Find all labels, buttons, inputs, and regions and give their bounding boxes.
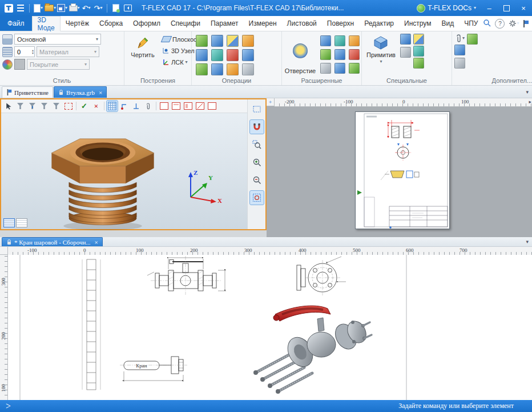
draw-button[interactable]: Чертить [127, 34, 159, 67]
material-combobox[interactable]: Материал▾ [37, 46, 99, 57]
wrap-icon[interactable] [334, 63, 345, 74]
redo-button[interactable]: ↷▾ [92, 2, 104, 14]
help-button[interactable]: ? [495, 19, 505, 29]
attach-fragment-button[interactable]: ▾ [454, 34, 465, 43]
zoom-fit-icon[interactable] [250, 191, 264, 205]
tflex-docs-button[interactable]: T-FLEX DOCs ▾ [412, 1, 481, 15]
magnet-snap-icon[interactable] [250, 120, 264, 134]
twist-icon[interactable] [320, 63, 331, 74]
minimize-button[interactable]: – [481, 0, 498, 16]
tab-cnc[interactable]: ЧПУ [459, 16, 483, 31]
level-spinner[interactable]: 0▴▾ [14, 46, 35, 57]
array-icon[interactable] [227, 63, 239, 75]
page-tab-1[interactable] [3, 218, 15, 227]
view-3d-canvas[interactable]: Z Y X [1, 113, 248, 229]
workplane-front-icon[interactable] [159, 101, 170, 111]
tab-drawing[interactable]: Чертёж [61, 16, 94, 31]
tab-welcome[interactable]: Приветствие [2, 86, 53, 98]
save-button[interactable]: ▾ [57, 2, 68, 14]
app-logo-icon[interactable] [3, 2, 14, 14]
tab-assembly[interactable]: Сборка [94, 16, 128, 31]
workplane-custom-icon[interactable] [207, 101, 217, 111]
cancel-icon[interactable]: × [91, 101, 102, 111]
close-tab-icon[interactable]: × [99, 89, 102, 96]
deform-icon[interactable] [349, 49, 360, 60]
hole-button[interactable]: Отверстие [284, 34, 316, 75]
snap-perpendicular-icon[interactable] [131, 101, 142, 111]
fastener-icon[interactable] [400, 47, 411, 58]
tab-bom[interactable]: Специфи [166, 16, 205, 31]
tab-3d-model[interactable]: 3D Моде [32, 16, 61, 31]
close-tab-icon[interactable]: × [95, 239, 98, 246]
workplane-top-icon[interactable] [171, 101, 182, 111]
grid-array-icon[interactable] [454, 45, 465, 55]
bend-icon[interactable] [349, 35, 360, 46]
workplane-iso-icon[interactable] [195, 101, 205, 111]
rib-icon[interactable] [320, 49, 331, 60]
boolean-icon[interactable] [227, 35, 239, 47]
report-table-icon[interactable] [467, 34, 478, 45]
sweep-icon[interactable] [196, 49, 208, 61]
loft-icon[interactable] [211, 49, 223, 61]
select-arrow-icon[interactable] [3, 101, 14, 111]
revolve-icon[interactable] [211, 35, 223, 47]
filter-faces-icon[interactable] [51, 101, 62, 111]
fillet-icon[interactable] [242, 35, 254, 47]
new-document-button[interactable]: ▾ [33, 2, 44, 14]
array4-icon[interactable] [413, 34, 424, 45]
main-menu-icon[interactable] [15, 2, 26, 14]
zoom-out-icon[interactable] [250, 173, 264, 187]
close-button[interactable]: × [515, 0, 532, 16]
workplane-left-icon[interactable] [183, 101, 194, 111]
filter-icon[interactable] [15, 101, 26, 111]
pattern-icon[interactable] [242, 63, 254, 75]
tab-parameters[interactable]: Парамет [205, 16, 244, 31]
open-button[interactable]: ▾ [45, 2, 56, 14]
tab-file[interactable]: Файл [0, 16, 32, 31]
section-icon[interactable] [227, 49, 239, 61]
apply-icon[interactable]: ✓ [79, 101, 90, 111]
attach-icon[interactable] [143, 101, 154, 111]
tab-list-dropdown[interactable]: ▾ [526, 89, 529, 95]
snap-grid-icon[interactable] [107, 101, 118, 111]
tab-tools[interactable]: Инструм [399, 16, 436, 31]
spiral-icon[interactable] [334, 35, 345, 46]
page-tab-2[interactable] [16, 218, 27, 227]
layer-combobox[interactable]: Основной▾ [14, 34, 101, 45]
taper-icon[interactable] [211, 63, 223, 75]
ruler-scroll-right[interactable]: ▸ [529, 99, 531, 105]
filter-edges-icon[interactable] [39, 101, 50, 111]
tab-bushing-document[interactable]: Втулка.grb × [54, 86, 107, 98]
assembly-canvas[interactable]: Кран [8, 255, 532, 400]
shell-icon[interactable] [196, 63, 208, 75]
tab-surfaces[interactable]: Поверхн [322, 16, 359, 31]
draft-icon[interactable] [334, 49, 345, 60]
zoom-window-icon[interactable] [250, 138, 264, 151]
settings-button[interactable]: ▾ [509, 19, 519, 27]
thread-icon[interactable] [320, 35, 331, 46]
panels-flag-icon[interactable] [523, 20, 529, 27]
tab-measure[interactable]: Измерен [244, 16, 282, 31]
tab-list-dropdown[interactable]: ▾ [526, 239, 529, 245]
search-button[interactable] [483, 19, 491, 29]
ruler-origin-button[interactable]: + [267, 98, 275, 106]
weld-icon[interactable] [400, 34, 411, 45]
snap-node-icon[interactable] [119, 101, 130, 111]
view-2d-canvas[interactable] [267, 106, 532, 237]
primitive-button[interactable]: Примитив ▾ [364, 34, 398, 69]
chamfer-icon[interactable] [242, 49, 254, 61]
select-box-icon[interactable] [63, 101, 74, 111]
extrude-icon[interactable] [196, 35, 208, 47]
tab-sheet-metal[interactable]: Листовой [282, 16, 322, 31]
zoom-in-icon[interactable] [250, 155, 264, 169]
scene-box-icon[interactable] [250, 102, 264, 116]
tab-view[interactable]: Вид [436, 16, 459, 31]
document-links-button[interactable] [110, 2, 122, 14]
coating-swatch[interactable] [14, 59, 25, 70]
mesh-icon[interactable] [349, 63, 360, 74]
tab-valve-document[interactable]: * Кран шаровой - Сборочн... × [2, 237, 103, 246]
print-button[interactable]: ▾ [68, 2, 80, 14]
undo-button[interactable]: ↶▾ [80, 2, 92, 14]
command-prompt[interactable]: > [6, 401, 11, 411]
tab-annotation[interactable]: Оформл [128, 16, 166, 31]
